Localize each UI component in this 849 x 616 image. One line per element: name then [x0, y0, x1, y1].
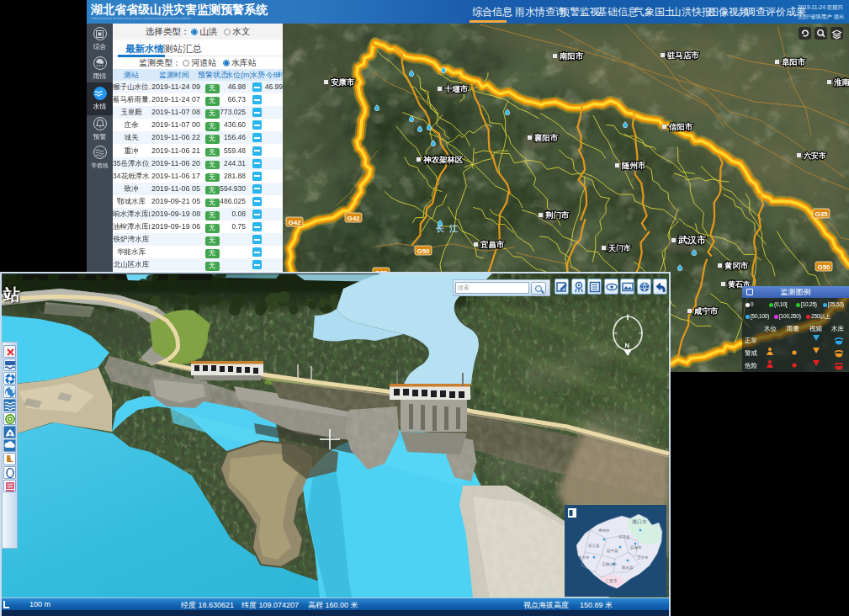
svg-text:武汉市: 武汉市 [677, 235, 706, 245]
svg-text:G42: G42 [347, 215, 360, 222]
svg-text:水库: 水库 [830, 325, 845, 332]
svg-text:天门市: 天门市 [608, 244, 631, 252]
svg-text:G50: G50 [817, 263, 830, 271]
svg-text:琼中县: 琼中县 [606, 549, 618, 553]
svg-text:宜昌市: 宜昌市 [480, 240, 505, 249]
svg-text:淮南: 淮南 [833, 77, 849, 87]
svg-text:N: N [625, 342, 629, 349]
svg-text:昌江县: 昌江县 [588, 544, 600, 548]
svg-text:雨量: 雨量 [786, 325, 800, 332]
svg-text:咸宁市: 咸宁市 [693, 306, 719, 316]
svg-text:襄阳市: 襄阳市 [533, 133, 559, 142]
svg-text:G50: G50 [417, 247, 430, 255]
svg-text:琼海市: 琼海市 [629, 545, 642, 550]
svg-text:东方市: 东方市 [578, 555, 590, 560]
svg-text:正常: 正常 [745, 337, 757, 344]
svg-text:随州市: 随州市 [622, 161, 646, 170]
svg-text:G35: G35 [815, 210, 828, 218]
svg-text:六安市: 六安市 [803, 151, 826, 160]
svg-text:儋州市: 儋州市 [597, 528, 610, 533]
svg-text:警戒: 警戒 [745, 349, 758, 357]
svg-text:黄冈市: 黄冈市 [724, 261, 749, 270]
svg-text:信阳市: 信阳市 [668, 122, 693, 131]
svg-text:陵水县: 陵水县 [622, 565, 634, 570]
svg-text:阜阳市: 阜阳市 [782, 57, 806, 66]
svg-text:澄迈县: 澄迈县 [618, 535, 630, 539]
svg-text:万宁市: 万宁市 [637, 555, 649, 560]
svg-text:安康市: 安康市 [331, 77, 355, 87]
svg-text:荆门市: 荆门市 [544, 210, 570, 220]
svg-text:水位: 水位 [763, 325, 777, 332]
svg-text:十堰市: 十堰市 [443, 84, 469, 93]
svg-text:危险: 危险 [745, 362, 758, 369]
svg-text:驻马店市: 驻马店市 [666, 50, 700, 60]
svg-text:神农架林区: 神农架林区 [422, 155, 464, 164]
svg-text:南阳市: 南阳市 [560, 51, 584, 61]
svg-text:视频: 视频 [809, 325, 823, 332]
svg-text:海口市: 海口市 [632, 518, 647, 525]
svg-text:G42: G42 [288, 219, 301, 226]
svg-text:五指山市: 五指山市 [602, 561, 618, 566]
svg-text:三亚市: 三亚市 [605, 578, 618, 583]
